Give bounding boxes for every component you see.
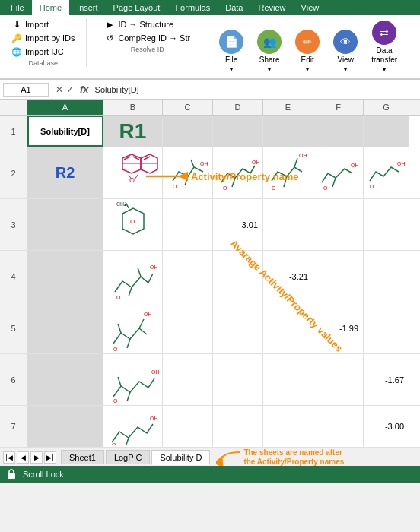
cell-b2[interactable]: O (103, 147, 163, 198)
cell-g5[interactable] (364, 302, 409, 353)
cell-a7[interactable] (27, 406, 103, 447)
cell-a6[interactable] (27, 354, 103, 405)
cell-e4[interactable]: -3.21 (263, 251, 313, 302)
sheet-nav-next[interactable]: ▶ (30, 451, 43, 464)
cell-e3[interactable] (263, 199, 313, 250)
edit-large-button[interactable]: ✏ Edit ▾ (291, 27, 324, 75)
view-large-button[interactable]: 👁 View ▾ (329, 27, 362, 75)
cell-b5[interactable]: OH O (103, 302, 163, 353)
molecule-f2: O OH (313, 147, 363, 198)
import-ijc-button[interactable]: 🌐 Import IJC (9, 46, 77, 58)
tab-page-layout[interactable]: Page Layout (106, 0, 168, 15)
cell-d7[interactable] (213, 406, 263, 447)
cell-a5[interactable] (27, 302, 103, 353)
cell-e1[interactable] (263, 116, 313, 147)
col-header-g[interactable]: G (364, 100, 409, 115)
cell-d5[interactable] (213, 302, 263, 353)
col-header-c[interactable]: C (163, 100, 213, 115)
tab-file[interactable]: File (3, 0, 32, 15)
tab-data[interactable]: Data (218, 0, 250, 15)
cell-g4[interactable] (364, 251, 409, 302)
molecule-g2: O OH (364, 147, 409, 198)
cell-e5[interactable] (263, 302, 313, 353)
cell-a2[interactable]: R2 (27, 147, 103, 198)
cell-c6[interactable] (163, 354, 213, 405)
cell-d1[interactable] (213, 116, 263, 147)
id-to-structure-button[interactable]: ▶ ID → Structure (102, 18, 192, 30)
cell-c1[interactable] (163, 116, 213, 147)
sheet-nav-prev[interactable]: ◀ (17, 451, 29, 464)
cell-c7[interactable] (163, 406, 213, 447)
cancel-icon[interactable]: ✕ (56, 84, 63, 95)
cell-f4[interactable] (313, 251, 364, 302)
svg-text:CH₃: CH₃ (116, 202, 126, 207)
row-num-2: 2 (0, 147, 27, 198)
file-large-button[interactable]: 📄 File ▾ (215, 27, 248, 75)
formula-input[interactable]: Solubility[D] (95, 85, 417, 94)
compreg-button[interactable]: ↺ CompReg ID → Str (102, 32, 192, 44)
tab-formulas[interactable]: Formulas (167, 0, 218, 15)
cell-c3[interactable] (163, 199, 213, 250)
cell-b6[interactable]: OH O (103, 354, 163, 405)
tab-home[interactable]: Home (32, 0, 69, 15)
col-header-e[interactable]: E (263, 100, 313, 115)
cell-b1[interactable]: R1 (103, 116, 163, 147)
cell-g2[interactable]: O OH (364, 147, 409, 198)
col-header-b[interactable]: B (103, 100, 163, 115)
sheet-nav-first[interactable]: |◀ (3, 451, 15, 464)
svg-text:O: O (323, 185, 328, 191)
cell-d6[interactable] (213, 354, 263, 405)
cell-g6[interactable]: -1.67 (364, 354, 409, 405)
data-transfer-chevron: ▾ (383, 66, 386, 73)
sheet-tab-solubility[interactable]: Solubility D (151, 450, 210, 465)
cell-c5[interactable] (163, 302, 213, 353)
sheet-nav-last[interactable]: ▶| (44, 451, 56, 464)
cell-f3[interactable] (313, 199, 364, 250)
cell-g7[interactable]: -3.00 (364, 406, 409, 447)
share-large-button[interactable]: 👥 Share ▾ (253, 27, 286, 75)
import-by-ids-button[interactable]: 🔑 Import by IDs (9, 32, 77, 44)
cell-b4[interactable]: OH O (103, 251, 163, 302)
import-button[interactable]: ⬇ Import (9, 18, 77, 30)
col-header-f[interactable]: F (313, 100, 364, 115)
cell-f1[interactable] (313, 116, 364, 147)
grid-wrapper: Avarage Activity/Property values A B C D… (0, 100, 420, 448)
cell-d3[interactable]: -3.01 (213, 199, 263, 250)
cell-d4[interactable] (213, 251, 263, 302)
tab-view[interactable]: View (294, 0, 327, 15)
tab-insert[interactable]: Insert (69, 0, 106, 15)
sheet-navigation: |◀ ◀ ▶ ▶| (3, 451, 56, 464)
cell-e2[interactable]: OH O (263, 147, 313, 198)
cell-f2[interactable]: O OH (313, 147, 364, 198)
cell-a3[interactable] (27, 199, 103, 250)
cell-c2[interactable]: OH O (163, 147, 213, 198)
import-ids-label: Import by IDs (25, 33, 75, 43)
cell-g1[interactable] (364, 116, 409, 147)
col-header-d[interactable]: D (213, 100, 263, 115)
cell-e7[interactable] (263, 406, 313, 447)
edit-large-icon: ✏ (295, 30, 320, 54)
cell-c4[interactable] (163, 251, 213, 302)
cell-b3[interactable]: O CH₃ (103, 199, 163, 250)
svg-text:O: O (116, 295, 121, 299)
row-num-3: 3 (0, 199, 27, 250)
cell-e6[interactable] (263, 354, 313, 405)
sheet-tab-sheet1[interactable]: Sheet1 (61, 450, 104, 464)
svg-text:OH: OH (351, 163, 359, 168)
cell-b7[interactable]: OH O (103, 406, 163, 447)
file-large-label: File (225, 55, 237, 65)
cell-g3[interactable] (364, 199, 409, 250)
svg-text:O: O (113, 347, 118, 351)
cell-a4[interactable] (27, 251, 103, 302)
sheet-tab-logpc[interactable]: LogP C (106, 450, 151, 464)
cell-f7[interactable] (313, 406, 364, 447)
cell-a1[interactable]: Solubility[D] (27, 116, 103, 147)
cell-f6[interactable] (313, 354, 364, 405)
cell-d2[interactable]: OH O (213, 147, 263, 198)
cell-reference[interactable]: A1 (3, 83, 49, 97)
cell-f5[interactable]: -1.99 (313, 302, 364, 353)
confirm-icon[interactable]: ✓ (66, 84, 74, 95)
col-header-a[interactable]: A (27, 100, 103, 115)
tab-review[interactable]: Review (250, 0, 293, 15)
data-transfer-large-button[interactable]: ⇄ Datatransfer ▾ (367, 18, 402, 75)
